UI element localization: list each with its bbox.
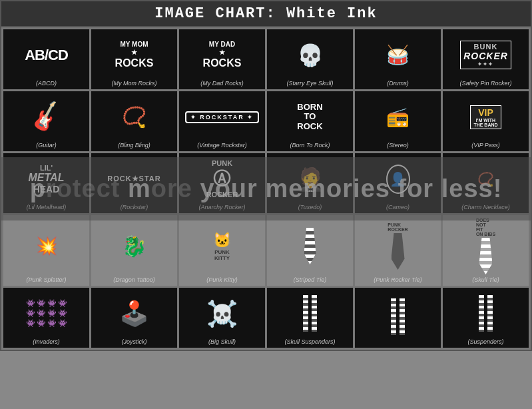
cell-label-guitar: (Guitar) <box>36 142 57 149</box>
cell-label-vintagerockstar: (Vintage Rockstar) <box>197 142 246 149</box>
stripedtie-image <box>304 228 316 264</box>
cell-vippass: VIP I'M WITHTHE BAND (VIP Pass) <box>443 91 529 151</box>
cell-label-stripedtie: (Striped Tie) <box>294 276 326 283</box>
suspenders-image <box>479 295 493 332</box>
bigskull-image: ☠️ <box>206 299 238 328</box>
cell-label-skullsuspenders: (Skull Suspenders) <box>284 338 335 345</box>
dragontattoo-image: 🐉 <box>122 234 146 258</box>
cell-punkrockertie: PUNKROCKER (Punk Rocker Tie) <box>355 215 441 286</box>
cell-skull: 💀 (Starry Eye Skull) <box>267 29 353 89</box>
invaders-image: 👾👾👾👾 👾👾👾👾 👾👾👾👾 <box>26 299 67 328</box>
cell-vintagerockstar: ✦ ROCKSTAR ✦ (Vintage Rockstar) <box>179 91 265 151</box>
watermark-text: protect more your memories for less! <box>30 175 503 203</box>
cell-suspenders: (Suspenders) <box>443 288 529 348</box>
cell-punksplatter: 💥 (Punk Splatter) <box>3 215 89 286</box>
stereo-image: 📻 <box>386 106 409 128</box>
cell-dragontattoo: 🐉 (Dragon Tattoo) <box>91 215 177 286</box>
guitar-image: 🎸 <box>28 99 64 134</box>
suspenders2-image <box>391 298 405 335</box>
cell-label-drums: (Drums) <box>387 80 409 87</box>
cell-label-safetypinrocker: (Safety Pin Rocker) <box>459 80 511 87</box>
joystick-image: 🕹️ <box>119 300 149 328</box>
photobucket-watermark: protect more your memories for less! <box>1 157 531 220</box>
cell-label-dragontattoo: (Dragon Tattoo) <box>113 276 155 283</box>
skullsuspenders-image <box>303 295 317 332</box>
cell-label-bling: (Bling Bling) <box>118 142 150 149</box>
title-bar: IMAGE CHART: White Ink <box>1 1 531 27</box>
borntorock-image: BORNTOROCK <box>297 103 322 131</box>
bling-image: 📿 <box>122 105 146 129</box>
cell-skulltie: DOESNOTFITON BIBS (Skull Tie) <box>443 215 529 286</box>
grid-wrapper: AB/CD (ABCD) MY MOM★ROCKS (My Mom Rocks)… <box>1 27 531 350</box>
cell-label-stereo: (Stereo) <box>387 142 409 149</box>
skull-image: 💀 <box>297 43 324 68</box>
cell-label-borntorock: (Born To Rock) <box>290 142 330 149</box>
vippass-image: VIP I'M WITHTHE BAND <box>470 105 501 129</box>
cell-guitar: 🎸 (Guitar) <box>3 91 89 151</box>
cell-mymomrocks: MY MOM★ROCKS (My Mom Rocks) <box>91 29 177 89</box>
cell-safetypinrocker: bunk ROcKER ✦✦✦ (Safety Pin Rocker) <box>443 29 529 89</box>
punkkitty-image: 🐱 PUNKKITTY <box>213 232 231 261</box>
cell-label-joystick: (Joystick) <box>122 338 147 345</box>
cell-joystick: 🕹️ (Joystick) <box>91 288 177 348</box>
cell-label-skull: (Starry Eye Skull) <box>286 80 333 87</box>
cell-suspenders2 <box>355 288 441 348</box>
page-title: IMAGE CHART: White Ink <box>1 5 531 22</box>
cell-bigskull: ☠️ (Big Skull) <box>179 288 265 348</box>
cell-label-punksplatter: (Punk Splatter) <box>26 276 66 283</box>
title-prefix: IMAGE CHART: <box>154 5 276 22</box>
cell-label-punkrockertie: (Punk Rocker Tie) <box>374 276 421 283</box>
cell-label-invaders: (Invaders) <box>33 338 60 345</box>
title-suffix: White Ink <box>276 5 378 22</box>
cell-invaders: 👾👾👾👾 👾👾👾👾 👾👾👾👾 (Invaders) <box>3 288 89 348</box>
mymomrocks-image: MY MOM★ROCKS <box>115 41 154 69</box>
cell-mydadrocks: MY DAD★ROCKS (My Dad Rocks) <box>179 29 265 89</box>
cell-label-vippass: (VIP Pass) <box>471 142 500 149</box>
cell-label-suspenders: (Suspenders) <box>467 338 503 345</box>
cell-label-bigskull: (Big Skull) <box>208 338 236 345</box>
safetypinrocker-image: bunk ROcKER ✦✦✦ <box>460 41 511 69</box>
cell-stripedtie: (Striped Tie) <box>267 215 353 286</box>
mydadrocks-image: MY DAD★ROCKS <box>203 41 242 69</box>
cell-label-mydadrocks: (My Dad Rocks) <box>200 80 244 87</box>
cell-borntorock: BORNTOROCK (Born To Rock) <box>267 91 353 151</box>
cell-skullsuspenders: (Skull Suspenders) <box>267 288 353 348</box>
cell-abcd: AB/CD (ABCD) <box>3 29 89 89</box>
cell-bling: 📿 (Bling Bling) <box>91 91 177 151</box>
punksplatter-image: 💥 <box>36 236 57 256</box>
abcd-image: AB/CD <box>25 47 68 64</box>
cell-drums: 🥁 (Drums) <box>355 29 441 89</box>
main-container: IMAGE CHART: White Ink AB/CD (ABCD) MY M… <box>0 0 532 351</box>
vintagerockstar-image: ✦ ROCKSTAR ✦ <box>185 111 259 123</box>
cell-label-punkkitty: (Punk Kitty) <box>206 276 238 283</box>
skulltie-image: DOESNOTFITON BIBS <box>476 218 495 274</box>
cell-label-abcd: (ABCD) <box>36 80 57 87</box>
drums-image: 🥁 <box>386 44 409 66</box>
cell-punkkitty: 🐱 PUNKKITTY (Punk Kitty) <box>179 215 265 286</box>
cell-label-mymomrocks: (My Mom Rocks) <box>112 80 157 87</box>
punkrockertie-image: PUNKROCKER <box>388 222 407 270</box>
cell-stereo: 📻 (Stereo) <box>355 91 441 151</box>
cell-label-skulltie: (Skull Tie) <box>472 276 499 283</box>
